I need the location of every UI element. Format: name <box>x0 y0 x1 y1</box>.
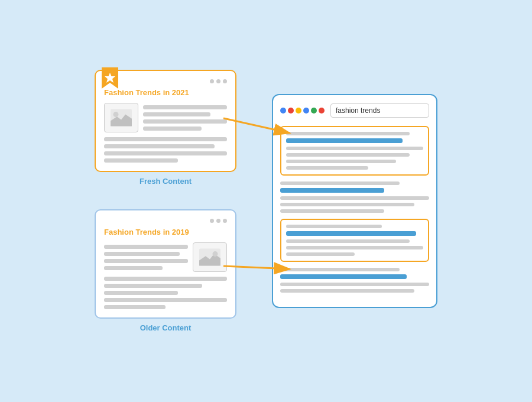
main-container: Fashion Trends in 2021 <box>0 0 532 402</box>
result-line <box>286 246 423 249</box>
dot1 <box>210 219 214 223</box>
result-line <box>286 166 368 170</box>
dot2 <box>216 79 220 83</box>
google-logo <box>280 108 325 114</box>
older-card-label: Older Content <box>140 323 192 332</box>
line <box>104 158 178 163</box>
result-line <box>280 209 384 213</box>
fresh-card-lines <box>143 103 227 132</box>
line <box>104 151 227 155</box>
result-line <box>280 283 429 286</box>
line <box>104 259 188 263</box>
result-line <box>286 132 410 135</box>
result-line <box>280 268 400 271</box>
left-side: Fashion Trends in 2021 <box>95 70 236 332</box>
search-input-box[interactable]: fashion trends <box>330 103 429 118</box>
line <box>143 112 210 116</box>
fresh-card-title: Fashion Trends in 2021 <box>104 88 227 97</box>
dot1 <box>210 79 214 83</box>
dot2 <box>216 219 220 223</box>
organic-result-4 <box>280 268 429 293</box>
google-dot-yellow <box>296 108 301 114</box>
star-badge-icon <box>102 67 118 88</box>
older-card-title: Fashion Trends in 2019 <box>104 228 227 236</box>
result-line <box>280 181 400 185</box>
line <box>104 277 227 281</box>
line <box>104 252 180 256</box>
google-dot-blue2 <box>303 108 309 114</box>
google-dot-red2 <box>319 108 325 114</box>
result-title-blue <box>286 138 403 143</box>
result-title-blue <box>286 231 416 236</box>
line <box>104 298 227 302</box>
older-card-lines-left <box>104 242 188 272</box>
older-bottom-lines <box>104 277 227 309</box>
line <box>143 119 227 124</box>
lower-result-highlighted <box>280 219 429 262</box>
dot3 <box>223 219 227 223</box>
result-title-blue <box>280 274 407 279</box>
arrows-layer <box>0 0 532 402</box>
fresh-bottom-lines <box>104 137 227 163</box>
fresh-card-label: Fresh Content <box>140 177 192 186</box>
older-content-card: Fashion Trends in 2019 <box>95 209 236 319</box>
fresh-card-image <box>104 103 138 132</box>
line <box>143 105 227 109</box>
result-line <box>286 252 355 256</box>
result-line <box>280 196 429 200</box>
line <box>104 291 178 295</box>
result-line <box>286 225 382 228</box>
fresh-card-body <box>104 103 227 132</box>
search-bar: fashion trends <box>280 103 429 118</box>
line <box>104 144 215 148</box>
result-line <box>286 160 396 163</box>
result-title-blue <box>280 188 384 193</box>
line <box>104 245 188 249</box>
result-line <box>280 203 414 206</box>
line <box>104 137 227 141</box>
line <box>104 305 166 309</box>
result-line <box>286 239 410 243</box>
result-line <box>286 147 423 150</box>
google-dot-green <box>311 108 317 114</box>
result-line <box>280 289 414 293</box>
google-dot-blue <box>280 108 286 114</box>
google-dot-red <box>288 108 294 114</box>
svg-point-5 <box>213 251 218 257</box>
top-result-highlighted <box>280 126 429 176</box>
older-card-body <box>104 242 227 272</box>
svg-point-3 <box>113 112 119 117</box>
line <box>104 266 163 270</box>
older-card-image <box>193 242 227 272</box>
dot3 <box>223 79 227 83</box>
line <box>143 127 202 131</box>
card-dots-older <box>104 219 227 223</box>
line <box>104 284 202 288</box>
result-line <box>286 153 410 157</box>
search-panel: fashion trends <box>272 94 437 308</box>
card-dots-fresh <box>104 79 227 83</box>
organic-result-2 <box>280 181 429 213</box>
fresh-content-card: Fashion Trends in 2021 <box>95 70 236 172</box>
